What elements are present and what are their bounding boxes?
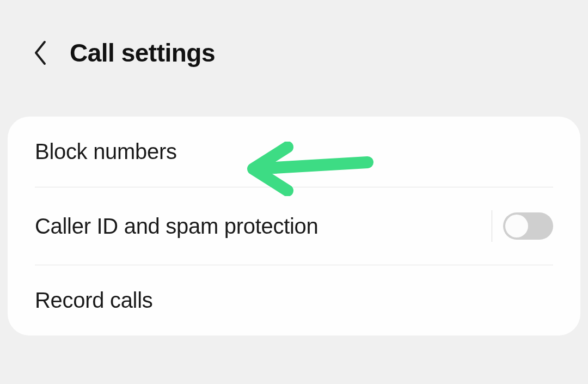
setting-label: Caller ID and spam protection [35,214,318,239]
toggle-separator [492,210,492,242]
toggle-wrap [492,210,553,242]
toggle-knob [505,215,528,237]
chevron-left-icon [33,40,48,66]
header: Call settings [0,0,588,68]
setting-caller-id-spam[interactable]: Caller ID and spam protection [8,187,580,265]
toggle-caller-id-spam[interactable] [503,212,553,240]
setting-label: Block numbers [35,139,177,164]
setting-record-calls[interactable]: Record calls [8,265,580,336]
page-title: Call settings [70,38,215,68]
settings-card: Block numbers Caller ID and spam protect… [8,117,580,336]
back-button[interactable] [33,40,48,66]
setting-label: Record calls [35,288,152,313]
setting-block-numbers[interactable]: Block numbers [8,117,580,187]
